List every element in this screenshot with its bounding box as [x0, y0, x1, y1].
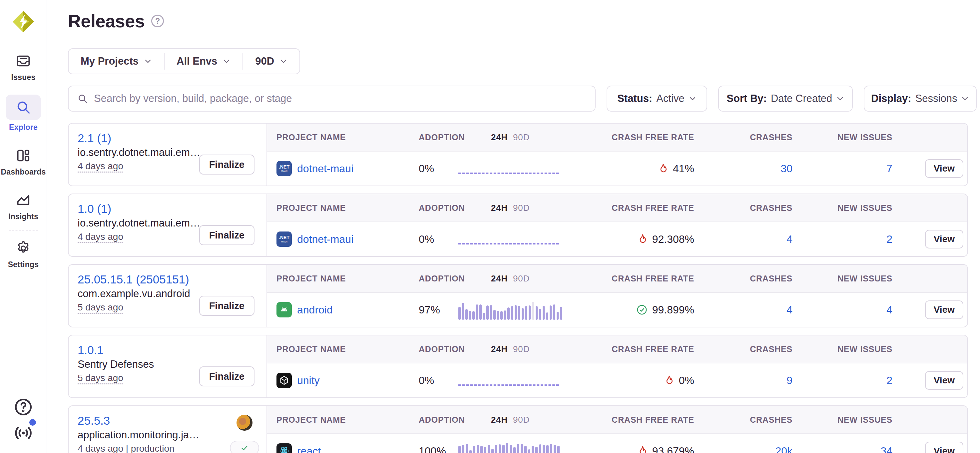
col-project-name: PROJECT NAME	[267, 274, 410, 283]
release-created-date: 5 days ago	[78, 373, 123, 383]
crashes-count-link[interactable]: 4	[703, 233, 802, 245]
chart-period-toggle: 24H 90D	[455, 132, 565, 143]
view-button[interactable]: View	[925, 300, 963, 319]
view-button[interactable]: View	[925, 442, 963, 453]
chart-period-toggle: 24H 90D	[455, 273, 565, 284]
col-crash-free-rate: CRASH FREE RATE	[565, 345, 703, 354]
checkmark-icon	[240, 443, 249, 453]
table-row: .NETMAUI dotnet-maui 0% 92.308% 4 2 View	[267, 222, 967, 256]
status-dropdown[interactable]: Status: Active	[606, 86, 708, 111]
release-card: 25.05.15.1 (2505151) com.example.vu.andr…	[68, 264, 968, 327]
date-range-dropdown[interactable]: 90D	[243, 49, 299, 74]
project-filter-dropdown[interactable]: My Projects	[68, 49, 164, 74]
finalize-button[interactable]: Finalize	[199, 225, 255, 245]
search-magnifier-icon	[16, 100, 31, 115]
display-dropdown[interactable]: Display: Sessions	[864, 86, 977, 111]
col-project-name: PROJECT NAME	[267, 345, 410, 354]
sidebar-item-issues[interactable]: Issues	[6, 52, 41, 82]
release-version-link[interactable]: 25.05.15.1 (2505151)	[78, 272, 266, 287]
new-issues-count-link[interactable]: 4	[802, 304, 902, 316]
whats-new-button[interactable]	[13, 422, 34, 443]
toggle-90d[interactable]: 90D	[513, 203, 530, 213]
project-link[interactable]: dotnet-maui	[297, 233, 353, 245]
finalize-button[interactable]: Finalize	[199, 366, 255, 386]
project-link[interactable]: react	[297, 445, 321, 453]
crashes-count-link[interactable]: 4	[703, 304, 802, 316]
sidebar-item-dashboards[interactable]: Dashboards	[1, 146, 46, 176]
status-value: Active	[656, 92, 684, 105]
sidebar-item-label: Issues	[11, 73, 36, 82]
chart-period-toggle: 24H 90D	[455, 203, 565, 213]
release-version-link[interactable]: 1.0 (1)	[78, 202, 266, 216]
adoption-chart	[458, 300, 562, 320]
release-version-link[interactable]: 2.1 (1)	[78, 131, 266, 146]
toggle-24h[interactable]: 24H	[491, 203, 508, 213]
search-input[interactable]	[94, 92, 586, 105]
gear-icon	[16, 240, 31, 256]
col-crash-free-rate: CRASH FREE RATE	[565, 415, 703, 425]
display-value: Sessions	[915, 92, 957, 105]
sidebar-divider	[9, 230, 38, 230]
new-issues-count-link[interactable]: 7	[802, 162, 902, 175]
sort-by-dropdown[interactable]: Sort By: Date Created	[718, 86, 853, 111]
view-button[interactable]: View	[925, 159, 963, 178]
adoption-value: 0%	[410, 374, 455, 387]
sentry-logo[interactable]	[11, 10, 36, 33]
project-link[interactable]: android	[297, 304, 333, 316]
col-adoption: ADOPTION	[410, 274, 455, 283]
sidebar-item-explore[interactable]: Explore	[6, 95, 41, 132]
sidebar-footer	[0, 396, 47, 453]
releases-help-icon[interactable]: ?	[151, 15, 164, 27]
project-link[interactable]: dotnet-maui	[297, 162, 353, 175]
new-issues-count-link[interactable]: 34	[802, 445, 902, 453]
environment-filter-dropdown[interactable]: All Envs	[165, 49, 242, 74]
dashboards-grid-icon	[16, 148, 31, 163]
chevron-down-icon	[689, 95, 697, 103]
crash-free-value: 99.899%	[652, 304, 694, 316]
fire-icon	[636, 234, 648, 245]
table-row: .NETMAUI dotnet-maui 0% 41% 30 7 View	[267, 151, 967, 186]
table-header: PROJECT NAME ADOPTION 24H 90D CRASH FREE…	[267, 335, 967, 363]
sidebar-item-settings[interactable]: Settings	[6, 239, 41, 269]
chevron-down-icon	[836, 95, 844, 103]
sidebar-item-insights[interactable]: Insights	[6, 191, 41, 221]
col-new-issues: NEW ISSUES	[802, 203, 902, 213]
release-version-link[interactable]: 1.0.1	[78, 343, 266, 358]
toggle-24h[interactable]: 24H	[491, 415, 508, 425]
release-projects-table: PROJECT NAME ADOPTION 24H 90D CRASH FREE…	[267, 194, 967, 256]
help-button[interactable]	[13, 396, 34, 418]
crashes-count-link[interactable]: 9	[703, 374, 802, 387]
finalize-button[interactable]: Finalize	[199, 154, 255, 175]
new-issues-count-link[interactable]: 2	[802, 374, 902, 387]
crashes-count-link[interactable]: 30	[703, 162, 802, 175]
crash-free-status-icon	[663, 375, 674, 386]
release-summary: 25.05.15.1 (2505151) com.example.vu.andr…	[68, 265, 267, 327]
status-label: Status:	[617, 92, 652, 105]
chevron-down-icon	[223, 57, 231, 65]
main-content: Releases ? My Projects All Envs 90D Stat…	[47, 0, 980, 453]
sidebar: Issues Explore Dashboards Insights Setti…	[0, 0, 47, 453]
check-circle-icon	[636, 304, 648, 315]
issues-inbox-icon	[16, 53, 31, 68]
chevron-down-icon	[144, 57, 152, 65]
toggle-90d[interactable]: 90D	[513, 415, 530, 425]
status-check-pill[interactable]	[230, 441, 259, 453]
adoption-value: 0%	[410, 162, 455, 175]
crashes-count-link[interactable]: 20k	[703, 445, 802, 453]
toggle-90d[interactable]: 90D	[513, 344, 530, 354]
new-issues-count-link[interactable]: 2	[802, 233, 902, 245]
view-button[interactable]: View	[925, 371, 963, 390]
col-new-issues: NEW ISSUES	[802, 274, 902, 283]
avatar[interactable]	[237, 415, 253, 431]
toggle-24h[interactable]: 24H	[491, 132, 508, 143]
release-created-date: 4 days ago	[78, 232, 123, 242]
finalize-button[interactable]: Finalize	[199, 296, 255, 316]
view-button[interactable]: View	[925, 230, 963, 248]
col-crashes: CRASHES	[703, 203, 802, 213]
sidebar-nav: Issues Explore Dashboards Insights Setti…	[0, 33, 47, 269]
toggle-24h[interactable]: 24H	[491, 273, 508, 284]
toggle-90d[interactable]: 90D	[513, 273, 530, 284]
project-link[interactable]: unity	[297, 374, 320, 387]
toggle-90d[interactable]: 90D	[513, 132, 530, 143]
toggle-24h[interactable]: 24H	[491, 344, 508, 354]
